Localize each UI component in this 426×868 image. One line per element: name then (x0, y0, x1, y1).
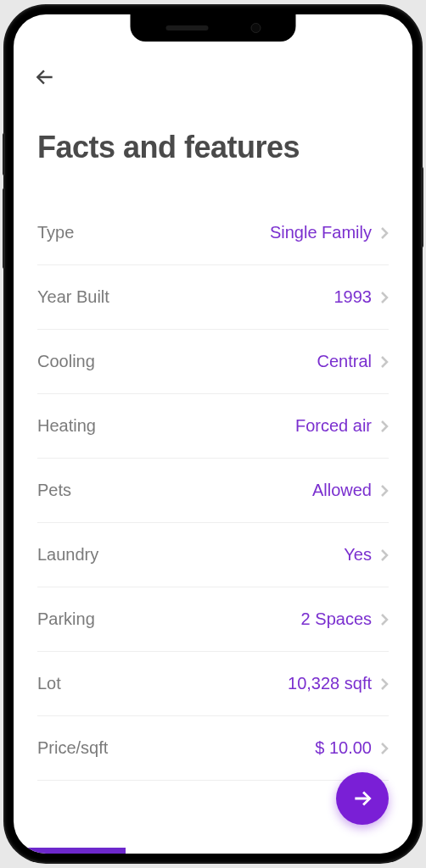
fact-value-wrap: 2 Spaces (301, 609, 389, 629)
fact-value-wrap: 10,328 sqft (288, 674, 389, 693)
fact-value-wrap: Allowed (312, 481, 389, 500)
fact-value: 1993 (334, 287, 373, 307)
progress-bar (14, 848, 412, 854)
phone-side-button (3, 133, 5, 175)
chevron-right-icon (380, 355, 389, 369)
page-title: Facts and features (37, 130, 389, 165)
fact-row-pets[interactable]: Pets Allowed (37, 459, 389, 523)
content-area: Facts and features Type Single Family Ye… (14, 14, 412, 854)
chevron-right-icon (380, 420, 389, 433)
fact-label: Laundry (37, 545, 98, 565)
chevron-right-icon (380, 613, 389, 626)
fact-value: 10,328 sqft (288, 674, 372, 693)
back-button[interactable] (34, 62, 64, 92)
chevron-right-icon (380, 677, 389, 691)
fact-value: Single Family (270, 223, 372, 242)
fact-row-parking[interactable]: Parking 2 Spaces (37, 587, 389, 652)
fact-row-lot[interactable]: Lot 10,328 sqft (37, 652, 389, 716)
fact-row-price-sqft[interactable]: Price/sqft $ 10.00 (37, 716, 389, 781)
fact-value: Yes (344, 545, 372, 565)
notch (131, 14, 296, 42)
fact-row-laundry[interactable]: Laundry Yes (37, 523, 389, 587)
fact-label: Heating (37, 416, 96, 436)
fact-row-cooling[interactable]: Cooling Central (37, 330, 389, 394)
fact-value-wrap: Yes (344, 545, 389, 565)
phone-side-button (3, 188, 5, 269)
arrow-left-icon (34, 66, 56, 88)
arrow-right-icon (351, 787, 373, 810)
phone-frame: Facts and features Type Single Family Ye… (5, 6, 421, 862)
chevron-right-icon (380, 484, 389, 498)
fact-value-wrap: 1993 (334, 287, 390, 307)
fact-value-wrap: $ 10.00 (315, 738, 389, 758)
fact-value: $ 10.00 (315, 738, 372, 758)
progress-fill (14, 848, 126, 854)
fact-label: Lot (37, 674, 61, 693)
fact-label: Price/sqft (37, 738, 108, 758)
next-fab-button[interactable] (336, 772, 389, 825)
phone-side-button (421, 167, 423, 248)
fact-value: Forced air (295, 416, 372, 436)
fact-row-heating[interactable]: Heating Forced air (37, 394, 389, 459)
fact-value: 2 Spaces (301, 609, 372, 629)
fact-value: Central (317, 352, 372, 371)
chevron-right-icon (380, 226, 389, 240)
fact-value-wrap: Single Family (270, 223, 389, 242)
chevron-right-icon (380, 742, 389, 755)
fact-label: Year Built (37, 287, 109, 307)
facts-list: Type Single Family Year Built 1993 Cooli… (37, 201, 389, 781)
fact-label: Cooling (37, 352, 95, 371)
screen: Facts and features Type Single Family Ye… (14, 14, 412, 854)
fact-value: Allowed (312, 481, 372, 500)
notch-speaker (165, 25, 208, 31)
notch-camera (250, 23, 261, 33)
fact-row-type[interactable]: Type Single Family (37, 201, 389, 265)
fact-label: Type (37, 223, 74, 242)
fact-value-wrap: Central (317, 352, 389, 371)
chevron-right-icon (380, 291, 389, 304)
chevron-right-icon (380, 548, 389, 562)
fact-label: Pets (37, 481, 71, 500)
fact-value-wrap: Forced air (295, 416, 389, 436)
fact-label: Parking (37, 609, 95, 629)
fact-row-year-built[interactable]: Year Built 1993 (37, 265, 389, 330)
